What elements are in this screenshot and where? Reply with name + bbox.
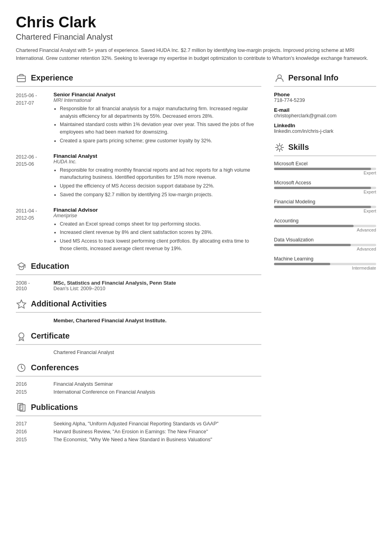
activity-text: Member, Chartered Financial Analyst Inst… — [53, 318, 167, 323]
exp-company: MRI International — [53, 98, 261, 103]
certificate-title: Certificate — [31, 331, 70, 341]
skill-level: Expert — [274, 189, 376, 194]
education-header: Education — [16, 261, 261, 275]
skill-bar-bg — [274, 168, 376, 170]
pub-text: The Economist, "Why We Need a New Standa… — [53, 437, 212, 442]
edu-note: Dean's List: 2009–2010 — [53, 286, 176, 291]
skill-level: Advanced — [274, 247, 376, 251]
personal-label: E-mail — [274, 107, 376, 113]
skill-item: Accounting Advanced — [274, 218, 376, 232]
personal-info-section: Personal Info Phone 718-774-5239 E-mail … — [274, 73, 376, 134]
skill-level: Expert — [274, 209, 376, 213]
experience-entry: 2015-06 -2017-07 Senior Financial Analys… — [16, 92, 261, 146]
experience-icon — [16, 73, 27, 84]
skill-bar-bg — [274, 263, 376, 265]
candidate-summary: Chartered Financial Analyst with 5+ year… — [16, 46, 376, 62]
candidate-title: Chartered Financial Analyst — [16, 33, 376, 42]
pub-year: 2016 — [16, 429, 53, 434]
experience-section: Experience 2015-06 -2017-07 Senior Finan… — [16, 73, 261, 254]
personal-label: LinkedIn — [274, 122, 376, 128]
skills-section: Skills Microsoft Excel Expert Microsoft … — [274, 142, 376, 270]
svg-point-4 — [19, 333, 24, 338]
exp-dates: 2015-06 -2017-07 — [16, 92, 53, 146]
conferences-header: Conferences — [16, 362, 261, 377]
exp-bullet: Saved the company $2.7 million by identi… — [60, 191, 261, 199]
exp-bullets: Responsible for all financial analysis f… — [53, 105, 261, 145]
left-column: Experience 2015-06 -2017-07 Senior Finan… — [16, 73, 261, 450]
skill-name: Microsoft Access — [274, 180, 376, 186]
additional-activities-section: Additional Activities Member, Chartered … — [16, 299, 261, 323]
publications-header: Publications — [16, 402, 261, 416]
exp-content: Financial Analyst HUDA Inc. Responsible … — [53, 153, 261, 200]
personal-info-icon — [274, 73, 285, 84]
experience-header: Experience — [16, 73, 261, 87]
pub-year: 2015 — [16, 437, 53, 442]
candidate-name: Chris Clark — [16, 14, 376, 31]
pub-entry: 2017 Seeking Alpha, "Uniform Adjusted Fi… — [16, 421, 261, 427]
skills-icon — [274, 142, 285, 153]
certificate-section: Certificate Chartered Financial Analyst — [16, 331, 261, 355]
personal-info-title: Personal Info — [288, 73, 339, 82]
personal-info-items: Phone 718-774-5239 E-mail christophercla… — [274, 92, 376, 134]
exp-bullet: Increased client revenue by 8% and clien… — [60, 229, 261, 236]
skill-name: Data Visualization — [274, 237, 376, 243]
pub-text: Harvard Business Review, "An Erosion in … — [53, 429, 208, 434]
additional-activities-icon — [16, 299, 27, 310]
skill-bar-fill — [274, 187, 371, 189]
education-entry: 2008 -2010 MSc, Statistics and Financial… — [16, 280, 261, 291]
exp-bullets: Created an Excel spread comps sheet for … — [53, 220, 261, 253]
education-title: Education — [31, 262, 69, 271]
resume-page: Chris Clark Chartered Financial Analyst … — [0, 0, 392, 465]
pub-entry: 2015 The Economist, "Why We Need a New S… — [16, 437, 261, 442]
skill-name: Financial Modeling — [274, 199, 376, 205]
personal-info-item: E-mail christopherclark@gmail.com — [274, 107, 376, 119]
skill-bar-fill — [274, 168, 371, 170]
header-section: Chris Clark Chartered Financial Analyst … — [16, 14, 376, 62]
conf-year: 2016 — [16, 381, 53, 387]
edu-content: MSc, Statistics and Financial Analysis, … — [53, 280, 176, 291]
edu-degree: MSc, Statistics and Financial Analysis, … — [53, 280, 176, 286]
conf-name: Financial Analysts Seminar — [53, 381, 113, 387]
pub-text: Seeking Alpha, "Uniform Adjusted Financi… — [53, 421, 219, 427]
conferences-section: Conferences 2016 Financial Analysts Semi… — [16, 362, 261, 395]
personal-label: Phone — [274, 92, 376, 98]
cert-entry: Chartered Financial Analyst — [16, 350, 261, 355]
certificate-header: Certificate — [16, 331, 261, 345]
skill-item: Microsoft Access Expert — [274, 180, 376, 194]
pub-year: 2017 — [16, 421, 53, 427]
exp-title: Financial Advisor — [53, 207, 261, 213]
publications-icon — [16, 402, 27, 413]
exp-content: Financial Advisor Ameriprise Created an … — [53, 207, 261, 254]
exp-company: HUDA Inc. — [53, 159, 261, 165]
additional-activities-title: Additional Activities — [31, 299, 107, 308]
exp-dates: 2011-04 -2012-05 — [16, 207, 53, 254]
conf-entry: 2015 International Conference on Financi… — [16, 389, 261, 395]
publications-title: Publications — [31, 403, 78, 412]
activity-entry: Member, Chartered Financial Analyst Inst… — [16, 318, 261, 323]
skill-bar-fill — [274, 206, 371, 208]
personal-value: christopherclark@gmail.com — [274, 113, 376, 119]
skill-bar-bg — [274, 206, 376, 208]
exp-bullet: Maintained standard costs within 1% devi… — [60, 121, 261, 136]
conf-name: International Conference on Financial An… — [53, 389, 155, 395]
skill-level: Intermediate — [274, 266, 376, 270]
exp-title: Senior Financial Analyst — [53, 92, 261, 98]
exp-bullet: Used MS Access to track lowest performin… — [60, 237, 261, 253]
personal-info-item: Phone 718-774-5239 — [274, 92, 376, 103]
experience-title: Experience — [31, 73, 73, 82]
right-column: Personal Info Phone 718-774-5239 E-mail … — [274, 73, 376, 450]
education-icon — [16, 261, 27, 272]
skill-level: Expert — [274, 170, 376, 175]
exp-bullets: Responsible for creating monthly financi… — [53, 166, 261, 199]
svg-rect-0 — [17, 76, 25, 82]
exp-title: Financial Analyst — [53, 153, 261, 159]
skill-bar-bg — [274, 187, 376, 189]
exp-bullet: Created an Excel spread comps sheet for … — [60, 220, 261, 228]
skill-bar-fill — [274, 244, 351, 246]
education-section: Education 2008 -2010 MSc, Statistics and… — [16, 261, 261, 291]
cert-entries: Chartered Financial Analyst — [16, 350, 261, 355]
activity-entries: Member, Chartered Financial Analyst Inst… — [16, 318, 261, 323]
exp-bullet: Responsible for creating monthly financi… — [60, 166, 261, 182]
experience-entries: 2015-06 -2017-07 Senior Financial Analys… — [16, 92, 261, 254]
skill-bar-fill — [274, 263, 330, 265]
